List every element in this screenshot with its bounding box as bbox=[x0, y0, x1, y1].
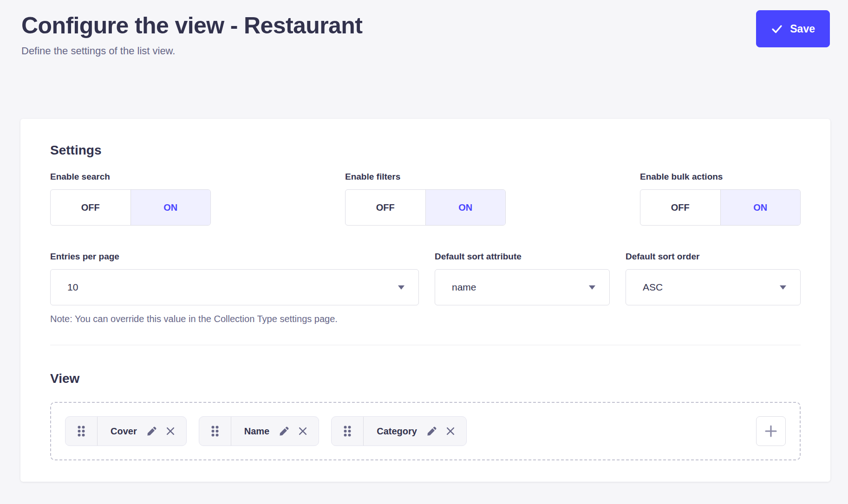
toggle-label: Enable search bbox=[50, 172, 211, 182]
field-chip-label: Cover bbox=[98, 426, 146, 437]
toggle-on-option[interactable]: ON bbox=[130, 190, 211, 225]
settings-card: Settings Enable search OFF ON Enable fil… bbox=[20, 119, 830, 482]
edit-field-button[interactable] bbox=[146, 426, 157, 437]
toggle-label: Enable bulk actions bbox=[640, 172, 801, 182]
field-chip-category[interactable]: Category bbox=[331, 416, 467, 446]
enable-filters-toggle: OFF ON bbox=[345, 189, 506, 226]
select-value: ASC bbox=[643, 282, 663, 293]
field-chip-label: Name bbox=[231, 426, 279, 437]
check-icon bbox=[771, 23, 783, 35]
caret-down-icon bbox=[398, 285, 404, 290]
select-field-default-sort-order: Default sort order ASC bbox=[626, 252, 801, 324]
edit-field-button[interactable] bbox=[279, 426, 289, 437]
save-button[interactable]: Save bbox=[756, 10, 830, 47]
select-label: Default sort order bbox=[626, 252, 801, 262]
select-value: name bbox=[452, 282, 476, 293]
toggle-off-option[interactable]: OFF bbox=[51, 190, 130, 225]
select-label: Entries per page bbox=[50, 252, 419, 262]
enable-search-toggle: OFF ON bbox=[50, 189, 211, 226]
close-icon bbox=[445, 426, 456, 436]
toggle-on-option[interactable]: ON bbox=[720, 190, 801, 225]
page-title: Configure the view - Restaurant bbox=[21, 12, 362, 39]
select-value: 10 bbox=[67, 282, 78, 293]
default-sort-attribute-select[interactable]: name bbox=[435, 269, 610, 305]
page-header: Configure the view - Restaurant Define t… bbox=[0, 0, 848, 57]
pencil-icon bbox=[426, 426, 437, 437]
close-icon bbox=[298, 426, 308, 436]
toggle-field-enable-bulk-actions: Enable bulk actions OFF ON bbox=[640, 172, 801, 226]
field-chip-name[interactable]: Name bbox=[199, 416, 319, 446]
default-sort-order-select[interactable]: ASC bbox=[626, 269, 801, 305]
save-button-label: Save bbox=[790, 23, 815, 35]
drag-handle[interactable] bbox=[199, 417, 231, 446]
field-chip-cover[interactable]: Cover bbox=[65, 416, 187, 446]
enable-bulk-actions-toggle: OFF ON bbox=[640, 189, 801, 226]
page-header-text: Configure the view - Restaurant Define t… bbox=[21, 12, 362, 57]
toggles-row: Enable search OFF ON Enable filters OFF … bbox=[50, 172, 801, 226]
toggle-field-enable-search: Enable search OFF ON bbox=[50, 172, 211, 226]
plus-icon bbox=[764, 424, 778, 438]
select-label: Default sort attribute bbox=[435, 252, 610, 262]
drag-handle-icon bbox=[78, 426, 85, 437]
page-subtitle: Define the settings of the list view. bbox=[21, 45, 362, 57]
field-chip-label: Category bbox=[364, 426, 426, 437]
section-divider bbox=[50, 345, 801, 345]
pencil-icon bbox=[146, 426, 157, 437]
select-field-default-sort-attribute: Default sort attribute name bbox=[435, 252, 610, 324]
edit-field-button[interactable] bbox=[426, 426, 437, 437]
toggle-on-option[interactable]: ON bbox=[425, 190, 506, 225]
close-icon bbox=[165, 426, 176, 436]
toggle-off-option[interactable]: OFF bbox=[640, 190, 720, 225]
pencil-icon bbox=[279, 426, 289, 437]
settings-heading: Settings bbox=[50, 143, 801, 158]
remove-field-button[interactable] bbox=[445, 426, 456, 436]
toggle-field-enable-filters: Enable filters OFF ON bbox=[345, 172, 506, 226]
caret-down-icon bbox=[589, 285, 595, 290]
toggle-label: Enable filters bbox=[345, 172, 506, 182]
selects-row: Entries per page 10 Note: You can overri… bbox=[50, 252, 801, 324]
drag-handle[interactable] bbox=[65, 417, 98, 446]
remove-field-button[interactable] bbox=[165, 426, 176, 436]
view-heading: View bbox=[50, 371, 801, 386]
entries-per-page-select[interactable]: 10 bbox=[50, 269, 419, 305]
toggle-off-option[interactable]: OFF bbox=[346, 190, 425, 225]
caret-down-icon bbox=[780, 285, 786, 290]
add-field-button[interactable] bbox=[756, 416, 786, 446]
select-field-entries-per-page: Entries per page 10 Note: You can overri… bbox=[50, 252, 419, 324]
field-dropzone: Cover Name bbox=[50, 402, 801, 460]
note-text: Note: You can override this value in the… bbox=[50, 314, 419, 324]
remove-field-button[interactable] bbox=[298, 426, 308, 436]
drag-handle-icon bbox=[344, 426, 351, 437]
drag-handle-icon bbox=[211, 426, 219, 437]
drag-handle[interactable] bbox=[332, 417, 364, 446]
